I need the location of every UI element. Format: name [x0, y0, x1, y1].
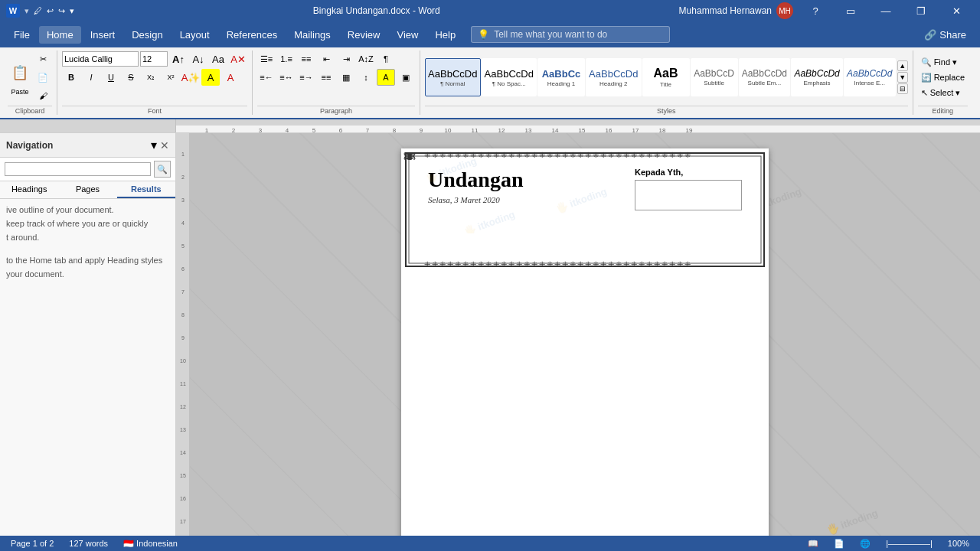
- user-name: Muhammad Hernawan: [679, 5, 772, 16]
- ribbon-display-btn[interactable]: ▭: [833, 0, 868, 21]
- paste-button[interactable]: 📋: [8, 59, 32, 86]
- nav-tab-pages[interactable]: Pages: [58, 181, 116, 198]
- style-normal[interactable]: AaBbCcDd ¶ Normal: [425, 58, 481, 96]
- tab-home[interactable]: Home: [39, 26, 81, 44]
- underline-button[interactable]: U: [102, 69, 120, 86]
- gallery-down-btn[interactable]: ▼: [897, 72, 908, 83]
- tab-insert[interactable]: Insert: [83, 26, 123, 44]
- svg-text:4: 4: [286, 127, 289, 132]
- show-formatting-btn[interactable]: ¶: [377, 51, 395, 67]
- page-indicator[interactable]: Page 1 of 2: [6, 539, 58, 548]
- style-emphasis[interactable]: AaBbCcDd Emphasis: [791, 58, 843, 96]
- borders-btn[interactable]: ▣: [397, 69, 415, 86]
- nav-search-submit-btn[interactable]: 🔍: [154, 161, 171, 178]
- svg-text:13: 13: [525, 127, 532, 132]
- title-bar-title: Bingkai Undangan.docx - Word: [74, 5, 679, 16]
- tab-review[interactable]: Review: [340, 26, 388, 44]
- gallery-more-btn[interactable]: ⊟: [897, 83, 908, 94]
- ruler-area: 1 2 3 4 5 6 7 8 9 10 11 12 13 14 15 16 1…: [0, 119, 980, 133]
- read-mode-btn[interactable]: 📖: [803, 539, 823, 549]
- italic-button[interactable]: I: [82, 69, 100, 86]
- find-button[interactable]: 🔍 Find ▾: [918, 56, 968, 69]
- align-right-btn[interactable]: ≡→: [297, 69, 315, 86]
- font-size-increase-btn[interactable]: A↑: [169, 51, 188, 67]
- font-size-decrease-btn[interactable]: A↓: [189, 51, 207, 67]
- font-family-input[interactable]: [62, 51, 139, 67]
- language-indicator[interactable]: 🇮🇩 Indonesian: [119, 539, 182, 549]
- doc-page-top[interactable]: ❧ ❧ ❧ ❧ ⁜⁜⁜⁜⁜⁜⁜⁜⁜⁜⁜⁜⁜⁜⁜⁜⁜⁜⁜⁜⁜⁜⁜⁜⁜⁜⁜⁜⁜⁜⁜⁜…: [401, 148, 769, 551]
- increase-indent-btn[interactable]: ⇥: [337, 51, 355, 67]
- nav-tab-results[interactable]: Results: [117, 181, 175, 198]
- highlight-color-btn[interactable]: A: [201, 69, 220, 86]
- tab-view[interactable]: View: [389, 26, 426, 44]
- decrease-indent-btn[interactable]: ⇤: [317, 51, 335, 67]
- svg-text:3: 3: [259, 127, 263, 132]
- multilevel-button[interactable]: ≡≡: [297, 51, 315, 67]
- style-title[interactable]: AaB Title: [642, 58, 690, 96]
- cut-button[interactable]: ✂: [34, 51, 52, 67]
- zoom-slider[interactable]: |—————|: [881, 539, 937, 548]
- bg-watermark-item-6: 🖐 itkoding: [825, 507, 880, 536]
- shading-btn[interactable]: A: [377, 69, 395, 86]
- nav-search-bar: 🔍: [0, 158, 175, 181]
- strikethrough-button[interactable]: S: [122, 69, 140, 86]
- numbering-button[interactable]: 1.≡: [277, 51, 296, 67]
- copy-button[interactable]: 📄: [34, 69, 52, 86]
- zoom-level[interactable]: 100%: [943, 539, 974, 548]
- font-color-btn[interactable]: A: [221, 69, 240, 86]
- tab-layout[interactable]: Layout: [172, 26, 217, 44]
- format-painter-button[interactable]: 🖌: [34, 87, 52, 104]
- font-size-input[interactable]: [140, 51, 168, 67]
- print-layout-btn[interactable]: 📄: [829, 539, 849, 549]
- text-effects-btn[interactable]: A✨: [181, 69, 200, 86]
- subscript-button[interactable]: X₂: [142, 69, 160, 86]
- gallery-up-btn[interactable]: ▲: [897, 60, 908, 71]
- tab-help[interactable]: Help: [427, 26, 463, 44]
- nav-panel-dropdown-icon[interactable]: ▾: [151, 138, 157, 152]
- nav-close-button[interactable]: ✕: [160, 139, 169, 152]
- svg-text:14: 14: [180, 450, 186, 455]
- tab-references[interactable]: References: [219, 26, 285, 44]
- nav-tab-headings[interactable]: Headings: [0, 181, 58, 198]
- nav-hint-3: t around.: [6, 233, 169, 242]
- tab-design[interactable]: Design: [124, 26, 170, 44]
- svg-text:6: 6: [181, 266, 185, 272]
- style-no-spacing[interactable]: AaBbCcDd ¶ No Spac...: [482, 58, 537, 96]
- document-area[interactable]: 🖐 itkoding 🖐 itkoding 🖐 itkoding 🖐 itkod…: [190, 133, 980, 551]
- help-btn[interactable]: ?: [798, 0, 833, 21]
- web-layout-btn[interactable]: 🌐: [855, 539, 875, 549]
- search-bar-text: Tell me what you want to do: [494, 29, 607, 40]
- style-h2[interactable]: AaBbCcDd Heading 2: [586, 58, 642, 96]
- line-spacing-btn[interactable]: ↕: [357, 69, 375, 86]
- columns-btn[interactable]: ▦: [337, 69, 355, 86]
- align-center-btn[interactable]: ≡↔: [277, 69, 296, 86]
- restore-btn[interactable]: ❐: [903, 0, 939, 21]
- nav-search-input[interactable]: [5, 162, 151, 176]
- clear-format-btn[interactable]: A✕: [229, 51, 247, 67]
- justify-btn[interactable]: ≡≡: [317, 69, 335, 86]
- menu-bar: File Home Insert Design Layout Reference…: [0, 21, 980, 47]
- svg-text:2: 2: [232, 127, 236, 132]
- minimize-btn[interactable]: —: [868, 0, 903, 21]
- word-count[interactable]: 127 words: [64, 539, 113, 548]
- style-h1-preview: AaBbCc: [542, 68, 581, 80]
- align-left-btn[interactable]: ≡←: [257, 69, 276, 86]
- close-btn[interactable]: ✕: [939, 0, 974, 21]
- superscript-button[interactable]: X²: [162, 69, 180, 86]
- share-button[interactable]: 🔗 Share: [916, 26, 974, 44]
- kepada-field[interactable]: [635, 180, 742, 210]
- style-subtitle[interactable]: AaBbCcD Subtitle: [691, 58, 738, 96]
- select-button[interactable]: ↖ Select ▾: [918, 86, 968, 99]
- tab-mailings[interactable]: Mailings: [286, 26, 338, 44]
- bold-button[interactable]: B: [62, 69, 80, 86]
- sort-btn[interactable]: A↕Z: [357, 51, 375, 67]
- style-subtle-em[interactable]: AaBbCcDd Subtle Em...: [739, 58, 791, 96]
- style-h1[interactable]: AaBbCc Heading 1: [537, 58, 585, 96]
- replace-button[interactable]: 🔄 Replace: [918, 71, 968, 84]
- gallery-arrows: ▲ ▼ ⊟: [897, 60, 908, 94]
- style-intense-e[interactable]: AaBbCcDd Intense E...: [844, 58, 896, 96]
- tab-file[interactable]: File: [6, 26, 38, 44]
- bullets-button[interactable]: ☰≡: [257, 51, 276, 67]
- change-case-btn[interactable]: Aa: [209, 51, 227, 67]
- tell-me-bar[interactable]: 💡 Tell me what you want to do: [471, 26, 670, 43]
